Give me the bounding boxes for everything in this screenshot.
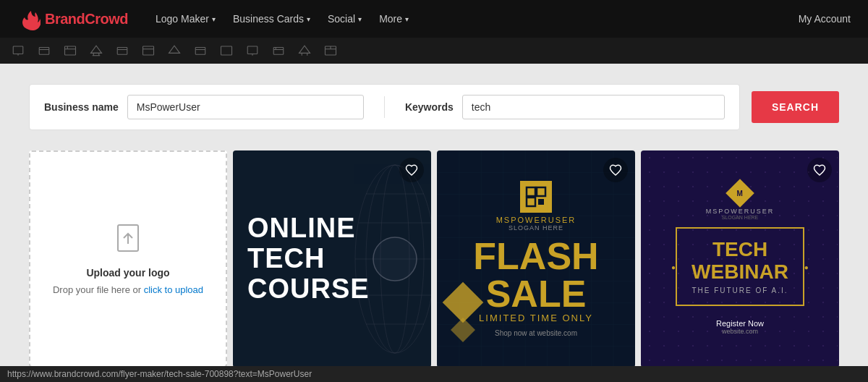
business-name-label: Business name — [44, 101, 119, 113]
icon-bar-item[interactable] — [298, 44, 311, 57]
upload-card[interactable]: Upload your logo Drop your file here or … — [29, 150, 227, 368]
icon-bar-item[interactable] — [246, 44, 259, 57]
chevron-down-icon: ▾ — [307, 15, 310, 23]
svg-rect-12 — [117, 48, 127, 55]
nav-logo-maker[interactable]: Logo Maker ▾ — [148, 9, 223, 29]
icon-bar-item[interactable] — [220, 44, 233, 57]
icon-bar-item[interactable] — [90, 44, 103, 57]
icon-bar-item[interactable] — [194, 44, 207, 57]
design-card-flash-sale[interactable]: MSPOWERUSER SLOGAN HERE FLASH SALE LIMIT… — [437, 150, 635, 368]
field-divider — [384, 96, 385, 118]
design-card-tech-course[interactable]: ONLINE TECH COURSE — [233, 150, 431, 368]
icon-bar-item[interactable] — [12, 44, 25, 57]
icon-bar-item[interactable] — [38, 44, 51, 57]
svg-rect-3 — [39, 48, 49, 55]
logo[interactable]: BrandCrowd — [17, 7, 128, 30]
card-tc-title: ONLINE TECH COURSE — [247, 213, 417, 304]
icon-bar-item[interactable] — [64, 44, 77, 57]
keywords-label: Keywords — [405, 101, 454, 113]
svg-rect-18 — [221, 46, 232, 55]
icon-bar-item[interactable] — [168, 44, 181, 57]
upload-title: Upload your logo — [86, 267, 169, 279]
card-tw-title-box: TECH WEBINAR THE FUTURE OF A.I. — [676, 227, 804, 306]
status-url: https://www.brandcrowd.com/flyer-maker/t… — [7, 369, 312, 379]
svg-rect-0 — [13, 46, 23, 54]
upload-description: Drop your file here or click to upload — [53, 283, 203, 297]
chevron-down-icon: ▾ — [358, 15, 362, 23]
chevron-down-icon: ▾ — [212, 15, 216, 23]
favorite-button[interactable] — [807, 158, 832, 182]
icon-bar-item[interactable] — [324, 44, 337, 57]
icon-bar-item[interactable] — [272, 44, 285, 57]
upload-link[interactable]: click to upload — [144, 284, 203, 295]
keywords-input[interactable] — [462, 95, 725, 119]
icon-bar-item[interactable] — [116, 44, 129, 57]
nav-social[interactable]: Social ▾ — [320, 9, 369, 29]
svg-rect-16 — [195, 48, 205, 55]
icon-bar — [0, 38, 868, 64]
favorite-button[interactable] — [399, 158, 424, 182]
favorite-button[interactable] — [603, 158, 628, 182]
logo-text: BrandCrowd — [45, 11, 128, 27]
upload-icon — [111, 221, 145, 258]
icon-bar-item[interactable] — [142, 44, 155, 57]
business-name-field: Business name — [44, 95, 364, 119]
my-account-link[interactable]: My Account — [799, 13, 851, 25]
design-card-tech-webinar[interactable]: M MSPOWERUSER SLOGAN HERE TECH WEBINAR T… — [641, 150, 839, 368]
svg-rect-19 — [247, 46, 258, 54]
card-content: ONLINE TECH COURSE — [233, 150, 431, 368]
card-tw-subtitle: THE FUTURE OF A.I. — [692, 286, 788, 294]
svg-rect-5 — [65, 46, 76, 55]
svg-rect-14 — [143, 46, 154, 55]
main-nav: BrandCrowd Logo Maker ▾ Business Cards ▾… — [0, 0, 868, 38]
status-bar: https://www.brandcrowd.com/flyer-maker/t… — [0, 366, 868, 382]
decorative-shapes — [448, 288, 477, 339]
chevron-down-icon: ▾ — [405, 15, 409, 23]
business-name-input[interactable] — [127, 95, 364, 119]
logo-icon — [17, 7, 41, 30]
keywords-field: Keywords — [405, 95, 725, 119]
search-box: Business name Keywords — [29, 84, 740, 130]
cards-section: Upload your logo Drop your file here or … — [0, 150, 868, 382]
card-tw-title: TECH WEBINAR — [692, 239, 788, 284]
nav-items: Logo Maker ▾ Business Cards ▾ Social ▾ M… — [148, 9, 778, 29]
card-tw-logo: M — [730, 183, 750, 203]
nav-business-cards[interactable]: Business Cards ▾ — [226, 9, 318, 29]
cards-grid: Upload your logo Drop your file here or … — [29, 150, 839, 368]
svg-rect-22 — [273, 48, 284, 55]
search-button[interactable]: SEARCH — [752, 91, 839, 123]
search-section: Business name Keywords SEARCH — [0, 64, 868, 150]
nav-more[interactable]: More ▾ — [372, 9, 416, 29]
